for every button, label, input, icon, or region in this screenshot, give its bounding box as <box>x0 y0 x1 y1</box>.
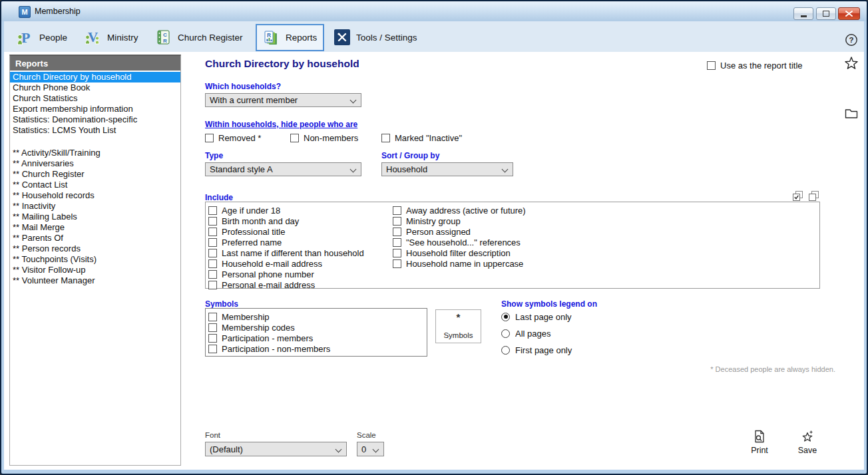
include-checkbox[interactable] <box>208 228 217 236</box>
hide-inactive-option[interactable]: Marked "Inactive" <box>381 132 462 143</box>
use-as-report-title-option[interactable]: Use as the report title <box>707 60 803 71</box>
report-list-item[interactable]: ** Church Register <box>10 169 180 180</box>
report-list-item[interactable]: ** Visitor Follow-up <box>10 265 180 275</box>
report-list-item[interactable]: Church Phone Book <box>10 82 180 93</box>
tab-people-label: People <box>39 33 67 43</box>
report-list-item[interactable]: ** Touchpoints (Visits) <box>10 254 180 265</box>
symbols-checkbox[interactable] <box>208 334 217 343</box>
type-select[interactable]: Standard style A <box>205 162 361 176</box>
symbols-option[interactable]: Participation - members <box>208 333 330 343</box>
include-option[interactable]: Personal e-mail address <box>208 279 364 290</box>
include-option[interactable]: Professional title <box>208 226 364 237</box>
report-list-item[interactable]: ** Mailing Labels <box>10 212 180 222</box>
help-button[interactable]: ? <box>845 33 858 49</box>
include-option[interactable]: Ministry group <box>393 216 526 226</box>
include-checkbox[interactable] <box>393 217 401 226</box>
include-checkbox[interactable] <box>208 206 217 215</box>
include-option[interactable]: Household e-mail address <box>208 258 364 269</box>
hide-removed-option[interactable]: Removed * <box>205 132 261 143</box>
report-list-item[interactable]: ** Mail Merge <box>10 222 180 233</box>
include-checkbox[interactable] <box>393 206 401 215</box>
report-list-item[interactable]: Statistics: LCMS Youth List <box>10 125 180 136</box>
report-list-item[interactable]: ** Volunteer Manager <box>10 275 180 286</box>
report-list-item[interactable]: ** Household records <box>10 190 180 201</box>
hide-inactive-checkbox[interactable] <box>381 134 390 142</box>
symbols-label: Symbols <box>205 299 238 309</box>
symbols-button[interactable]: * Symbols <box>435 309 481 343</box>
include-checkbox[interactable] <box>393 238 401 247</box>
symbols-checkbox[interactable] <box>208 313 217 321</box>
hide-people-label: Within households, hide people who are <box>205 120 357 129</box>
include-checkbox[interactable] <box>208 259 217 268</box>
report-list-item[interactable]: ** Anniversaries <box>10 158 180 169</box>
report-list-item[interactable]: ** Parents Of <box>10 233 180 243</box>
legend-radio-option[interactable]: First page only <box>501 345 572 355</box>
chevron-down-icon <box>502 166 509 173</box>
minimize-icon <box>801 15 807 17</box>
favorite-button[interactable] <box>844 56 859 73</box>
window-title: Membership <box>35 7 81 16</box>
report-list-item[interactable]: Church Directory by household <box>10 72 180 82</box>
include-option[interactable]: Household filter description <box>393 247 526 258</box>
include-checkbox[interactable] <box>393 259 401 268</box>
scale-select[interactable]: 0 <box>357 442 384 456</box>
include-checkbox[interactable] <box>208 249 217 257</box>
legend-radio-option[interactable]: Last page only <box>501 312 572 321</box>
include-option[interactable]: Age if under 18 <box>208 205 364 216</box>
select-none-button[interactable] <box>808 190 819 202</box>
hide-removed-checkbox[interactable] <box>205 134 214 142</box>
report-list-item[interactable]: ** Person records <box>10 243 180 254</box>
report-list-item[interactable]: ** Activity/Skill/Training <box>10 148 180 158</box>
include-option[interactable]: "See household..." references <box>393 237 526 247</box>
include-option[interactable]: Last name if different than household <box>208 247 364 258</box>
include-option[interactable]: Person assigned <box>393 226 526 237</box>
include-checkbox[interactable] <box>208 217 217 226</box>
sort-group-by-select[interactable]: Household <box>381 162 513 176</box>
font-select[interactable]: (Default) <box>205 442 347 456</box>
include-checkbox[interactable] <box>208 270 217 279</box>
minimize-button[interactable] <box>793 7 813 20</box>
use-as-report-title-checkbox[interactable] <box>707 61 716 70</box>
which-households-select[interactable]: With a current member <box>205 93 361 107</box>
report-list-item[interactable]: Church Statistics <box>10 93 180 104</box>
symbols-checkbox[interactable] <box>208 345 217 353</box>
include-checkbox[interactable] <box>208 238 217 247</box>
include-option[interactable]: Birth month and day <box>208 216 364 226</box>
type-label: Type <box>205 151 223 160</box>
include-checkbox[interactable] <box>393 228 401 236</box>
tab-people[interactable]: P People <box>11 25 73 50</box>
select-all-button[interactable] <box>792 190 803 202</box>
include-option[interactable]: Household name in uppercase <box>393 258 526 269</box>
close-button[interactable] <box>838 7 860 20</box>
symbols-option[interactable]: Membership codes <box>208 322 330 333</box>
tab-ministry[interactable]: V Ministry <box>79 25 144 50</box>
include-checkbox[interactable] <box>208 281 217 289</box>
radio-button[interactable] <box>501 329 510 338</box>
include-option[interactable]: Away address (active or future) <box>393 205 526 216</box>
include-option[interactable]: Preferred name <box>208 237 364 247</box>
radio-button[interactable] <box>501 313 510 321</box>
print-button[interactable]: Print <box>744 430 775 455</box>
tab-tools-settings[interactable]: Tools / Settings <box>329 25 423 50</box>
legend-radio-option[interactable]: All pages <box>501 329 572 338</box>
maximize-button[interactable] <box>816 7 836 20</box>
symbols-option[interactable]: Participation - non-members <box>208 343 330 354</box>
hide-nonmembers-option[interactable]: Non-members <box>290 132 358 143</box>
include-checkbox[interactable] <box>393 249 401 257</box>
include-option[interactable]: Personal phone number <box>208 269 364 279</box>
tab-church-register-label: Church Register <box>178 33 243 43</box>
symbols-checkbox[interactable] <box>208 323 217 332</box>
tab-church-register[interactable]: C R Church Register <box>149 25 248 50</box>
report-list-item[interactable]: ** Inactivity <box>10 201 180 212</box>
save-button[interactable]: Save <box>791 430 823 455</box>
report-list-item[interactable]: Export membership information <box>10 104 180 114</box>
titlebar[interactable]: M Membership <box>1 1 867 21</box>
report-list-item[interactable]: ** Contact List <box>10 180 180 190</box>
hide-nonmembers-checkbox[interactable] <box>290 134 299 142</box>
include-right-column: Away address (active or future) Ministry… <box>393 205 526 269</box>
symbols-option[interactable]: Membership <box>208 311 330 322</box>
tab-reports[interactable]: R Reports <box>256 24 324 51</box>
report-list-item[interactable]: Statistics: Denomination-specific <box>10 114 180 125</box>
folder-button[interactable] <box>845 108 858 122</box>
radio-button[interactable] <box>501 346 510 355</box>
